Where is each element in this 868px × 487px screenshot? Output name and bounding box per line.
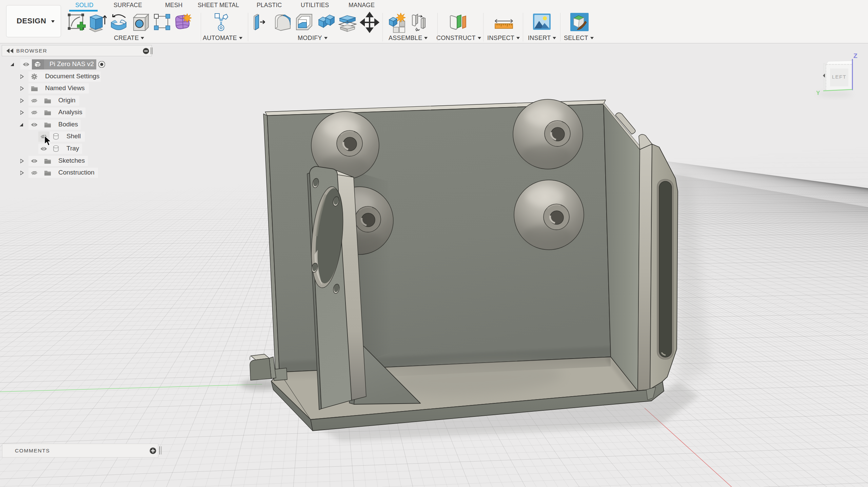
svg-text:LEFT: LEFT [832,74,847,80]
svg-text:Y: Y [816,90,820,96]
svg-text:Z: Z [853,52,857,59]
